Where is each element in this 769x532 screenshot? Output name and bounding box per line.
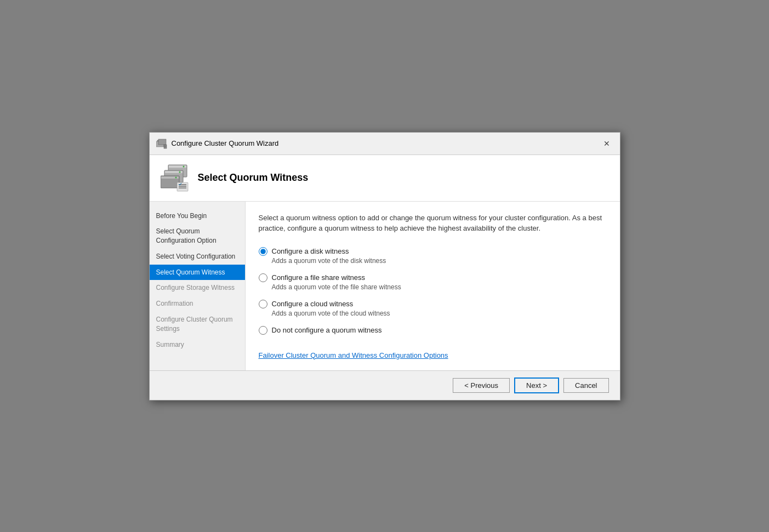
radio-option-cloud-witness: Configure a cloud witness Adds a quorum … xyxy=(259,300,607,317)
sidebar-item-select-voting[interactable]: Select Voting Configuration xyxy=(150,249,245,265)
main-content: Before You Begin Select Quorum Configura… xyxy=(150,202,620,370)
radio-sub-file-share-witness: Adds a quorum vote of the file share wit… xyxy=(272,283,607,291)
sidebar-item-confirmation: Confirmation xyxy=(150,296,245,312)
sidebar-item-configure-storage: Configure Storage Witness xyxy=(150,280,245,296)
svg-rect-2 xyxy=(158,139,166,145)
next-button[interactable]: Next > xyxy=(514,377,559,393)
radio-no-witness[interactable] xyxy=(259,326,267,335)
radio-label-row-disk: Configure a disk witness xyxy=(259,247,607,256)
radio-option-file-share-witness: Configure a file share witness Adds a qu… xyxy=(259,273,607,291)
wizard-dialog: Configure Cluster Quorum Wizard ✕ xyxy=(149,132,620,401)
sidebar: Before You Begin Select Quorum Configura… xyxy=(150,202,246,370)
sidebar-item-select-quorum-witness[interactable]: Select Quorum Witness xyxy=(150,265,245,281)
description-text: Select a quorum witness option to add or… xyxy=(259,213,607,234)
header-section: Select Quorum Witness xyxy=(150,155,620,202)
header-icon xyxy=(161,164,189,192)
footer: < Previous Next > Cancel xyxy=(150,370,620,400)
svg-point-13 xyxy=(175,176,176,178)
sidebar-item-before-you-begin[interactable]: Before You Begin xyxy=(150,208,245,224)
radio-label-row-fileshare: Configure a file share witness xyxy=(259,273,607,282)
previous-button[interactable]: < Previous xyxy=(453,378,510,393)
radio-sub-disk-witness: Adds a quorum vote of the disk witness xyxy=(272,257,607,265)
radio-label-file-share-witness[interactable]: Configure a file share witness xyxy=(272,273,366,282)
radio-option-disk-witness: Configure a disk witness Adds a quorum v… xyxy=(259,247,607,265)
radio-option-no-witness: Do not configure a quorum witness xyxy=(259,326,607,335)
svg-point-7 xyxy=(183,165,184,167)
radio-label-row-cloud: Configure a cloud witness xyxy=(259,300,607,308)
title-text: Configure Cluster Quorum Wizard xyxy=(172,139,279,147)
radio-label-disk-witness[interactable]: Configure a disk witness xyxy=(272,247,349,255)
sidebar-item-summary: Summary xyxy=(150,337,245,353)
radio-label-cloud-witness[interactable]: Configure a cloud witness xyxy=(272,300,354,308)
svg-rect-14 xyxy=(177,182,188,191)
radio-disk-witness[interactable] xyxy=(259,247,267,256)
title-bar-left: Configure Cluster Quorum Wizard xyxy=(156,138,279,149)
help-link[interactable]: Failover Cluster Quorum and Witness Conf… xyxy=(259,351,448,359)
cancel-button[interactable]: Cancel xyxy=(563,378,608,393)
sidebar-item-select-quorum-config[interactable]: Select Quorum Configuration Option xyxy=(150,224,245,249)
wizard-icon xyxy=(156,138,167,149)
svg-rect-3 xyxy=(164,145,167,148)
radio-label-no-witness[interactable]: Do not configure a quorum witness xyxy=(272,326,382,334)
radio-cloud-witness[interactable] xyxy=(259,300,267,308)
close-button[interactable]: ✕ xyxy=(600,137,613,150)
title-bar: Configure Cluster Quorum Wizard ✕ xyxy=(150,133,620,155)
sidebar-item-configure-cluster-quorum: Configure Cluster Quorum Settings xyxy=(150,312,245,337)
content-area: Select a quorum witness option to add or… xyxy=(246,202,620,370)
svg-point-10 xyxy=(179,171,180,173)
page-title: Select Quorum Witness xyxy=(198,172,309,184)
radio-group: Configure a disk witness Adds a quorum v… xyxy=(259,247,607,335)
radio-file-share-witness[interactable] xyxy=(259,273,267,282)
link-section: Failover Cluster Quorum and Witness Conf… xyxy=(259,335,607,359)
radio-label-row-no-witness: Do not configure a quorum witness xyxy=(259,326,607,335)
radio-sub-cloud-witness: Adds a quorum vote of the cloud witness xyxy=(272,310,607,317)
